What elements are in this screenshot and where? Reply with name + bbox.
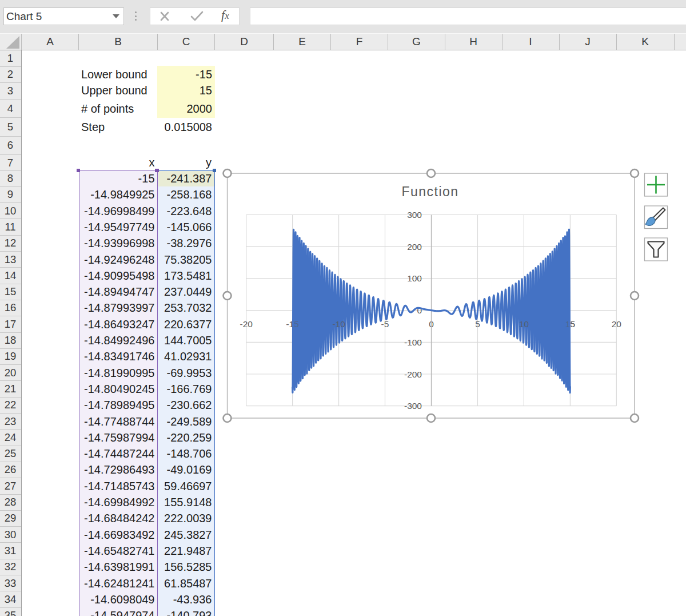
svg-text:200: 200 — [407, 242, 422, 252]
svg-text:-10: -10 — [332, 319, 345, 329]
svg-text:20: 20 — [612, 319, 622, 329]
svg-text:-200: -200 — [404, 369, 422, 379]
svg-text:-20: -20 — [240, 319, 253, 329]
svg-text:0: 0 — [417, 305, 422, 315]
svg-text:-100: -100 — [404, 337, 422, 347]
svg-text:5: 5 — [475, 319, 480, 329]
svg-text:15: 15 — [565, 319, 575, 329]
svg-text:Function: Function — [401, 184, 458, 199]
svg-text:-5: -5 — [381, 319, 389, 329]
svg-text:-15: -15 — [286, 319, 298, 329]
svg-text:10: 10 — [519, 319, 529, 329]
svg-text:100: 100 — [407, 273, 422, 283]
svg-text:300: 300 — [407, 210, 422, 220]
svg-text:-300: -300 — [404, 401, 422, 411]
